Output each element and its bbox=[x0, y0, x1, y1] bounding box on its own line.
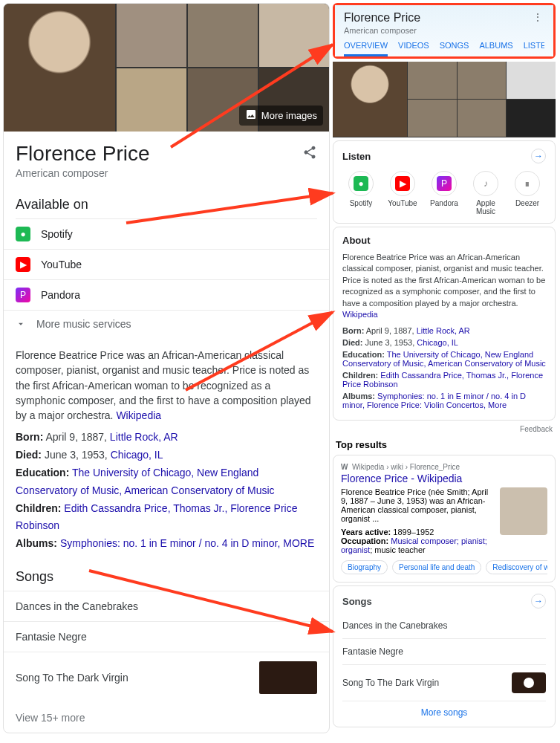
chevron-down-icon bbox=[16, 319, 26, 329]
song-row[interactable]: Song To The Dark Virgin bbox=[342, 664, 546, 701]
listen-heading: Listen bbox=[342, 151, 371, 162]
spotify-icon: ● bbox=[16, 227, 30, 241]
share-icon[interactable] bbox=[302, 145, 317, 163]
listen-apple-music[interactable]: ♪Apple Music bbox=[467, 171, 504, 215]
knowledge-panel-new: Florence Price American composer ⋮ OVERV… bbox=[333, 3, 556, 733]
listen-deezer[interactable]: ∎Deezer bbox=[509, 171, 546, 215]
song-row[interactable]: Song To The Dark Virgin bbox=[4, 652, 329, 703]
chip[interactable]: Rediscovery of works bbox=[486, 560, 547, 574]
songs-heading: Songs bbox=[4, 562, 329, 591]
top-results-section: Top results W Wikipedia › wiki › Florenc… bbox=[333, 436, 556, 583]
wikipedia-link-r[interactable]: Wikipedia bbox=[342, 310, 378, 319]
song-row[interactable]: Fantasie Negre bbox=[4, 621, 329, 652]
chip[interactable]: Personal life and death bbox=[392, 560, 481, 574]
song-row[interactable]: Fantasie Negre bbox=[342, 638, 546, 664]
wiki-result-card[interactable]: W Wikipedia › wiki › Florence_Price Flor… bbox=[333, 455, 556, 583]
song-thumbnail bbox=[512, 672, 546, 693]
tab-videos[interactable]: VIDEOS bbox=[398, 41, 429, 56]
about-card: About Florence Beatrice Price was an Afr… bbox=[333, 227, 556, 421]
tab-listen[interactable]: LISTEN bbox=[524, 41, 544, 56]
wikipedia-link[interactable]: Wikipedia bbox=[116, 409, 161, 421]
song-row[interactable]: Dances in the Canebrakes bbox=[342, 613, 546, 638]
listen-pandora[interactable]: PPandora bbox=[426, 171, 463, 215]
about-heading: About bbox=[342, 235, 546, 246]
tab-overview[interactable]: OVERVIEW bbox=[344, 41, 388, 56]
more-images-button[interactable]: More images bbox=[239, 106, 323, 126]
panel-title: Florence Price bbox=[344, 11, 420, 25]
tab-songs[interactable]: SONGS bbox=[440, 41, 469, 56]
chip[interactable]: Biography bbox=[341, 560, 388, 574]
page-title: Florence Price bbox=[16, 142, 150, 166]
service-pandora[interactable]: PPandora bbox=[4, 279, 329, 310]
image-icon bbox=[245, 108, 257, 123]
youtube-icon: ▶ bbox=[16, 257, 30, 272]
more-services-toggle[interactable]: More music services bbox=[4, 310, 329, 337]
view-more-songs[interactable]: View 15+ more bbox=[4, 703, 329, 733]
more-options-icon[interactable]: ⋮ bbox=[533, 11, 544, 23]
facts-block: Born: April 9, 1887, Little Rock, AR Die… bbox=[4, 429, 329, 562]
top-results-heading: Top results bbox=[333, 436, 556, 455]
image-collage[interactable]: More images bbox=[4, 4, 329, 132]
songs-card: Songs → Dances in the CanebrakesFantasie… bbox=[333, 585, 556, 727]
highlight-box-header: Florence Price American composer ⋮ OVERV… bbox=[333, 3, 556, 59]
more-songs-link[interactable]: More songs bbox=[342, 701, 546, 719]
more-services-label: More music services bbox=[36, 318, 131, 330]
knowledge-panel-legacy: More images Florence Price American comp… bbox=[3, 3, 330, 733]
songs-card-heading: Songs bbox=[342, 596, 372, 607]
listen-spotify[interactable]: ●Spotify bbox=[342, 171, 380, 215]
panel-subtitle: American composer bbox=[344, 26, 420, 35]
tab-albums[interactable]: ALBUMS bbox=[479, 41, 512, 56]
subtitle: American composer bbox=[4, 166, 329, 189]
listen-youtube[interactable]: ▶YouTube bbox=[384, 171, 421, 215]
image-collage-small[interactable] bbox=[333, 62, 556, 137]
available-on-heading: Available on bbox=[4, 189, 329, 218]
listen-card: Listen → ●Spotify▶YouTubePPandora♪Apple … bbox=[333, 140, 556, 224]
service-spotify[interactable]: ●Spotify bbox=[4, 219, 329, 249]
wiki-thumbnail bbox=[500, 487, 547, 535]
pandora-icon: P bbox=[16, 288, 30, 302]
service-youtube[interactable]: ▶YouTube bbox=[4, 249, 329, 279]
song-thumbnail bbox=[259, 661, 317, 694]
panel-tabs: OVERVIEWVIDEOSSONGSALBUMSLISTENPEOPLE AL… bbox=[344, 41, 544, 56]
more-images-label: More images bbox=[261, 110, 317, 121]
wiki-result-title[interactable]: Florence Price - Wikipedia bbox=[341, 473, 547, 484]
feedback-link[interactable]: Feedback bbox=[333, 425, 553, 433]
albums-links[interactable]: Symphonies: no. 1 in E minor / no. 4 in … bbox=[60, 537, 314, 549]
died-place-link[interactable]: Chicago, IL bbox=[111, 449, 163, 461]
song-row[interactable]: Dances in the Canebrakes bbox=[4, 591, 329, 621]
listen-more-arrow[interactable]: → bbox=[531, 149, 546, 163]
about-paragraph: Florence Beatrice Price was an African-A… bbox=[4, 337, 329, 429]
songs-more-arrow[interactable]: → bbox=[531, 594, 546, 609]
born-place-link[interactable]: Little Rock, AR bbox=[110, 431, 178, 443]
panel-header: Florence Price American composer ⋮ OVERV… bbox=[335, 5, 553, 56]
